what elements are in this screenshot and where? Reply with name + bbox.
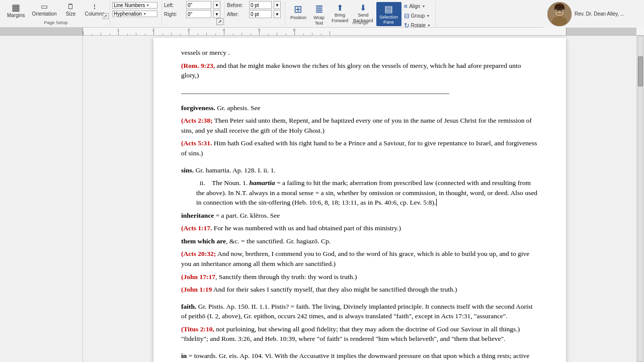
ruler-right-margin bbox=[566, 28, 636, 35]
hyphenation-dropdown[interactable]: Hyphenation ▼ bbox=[112, 11, 157, 17]
left-indent-label: Left: bbox=[164, 3, 184, 8]
bold-term: in bbox=[181, 352, 187, 359]
size-button[interactable]: 🗒 Size bbox=[61, 2, 81, 18]
doc-line: ii. The Noun. 1. hamartia = a failing to… bbox=[196, 178, 538, 208]
doc-line: (Acts 20:32; And now, brethren, I commen… bbox=[181, 249, 538, 268]
hyphenation-label: Hyphenation bbox=[114, 11, 142, 17]
group-button[interactable]: ⊟ Group ▼ bbox=[403, 12, 432, 20]
page-setup-group: ▦ Margins ▭ Orientation 🗒 Size ⫶ Columns… bbox=[2, 1, 110, 26]
doc-line: inheritance = a part. Gr. klēros. See bbox=[181, 211, 538, 221]
bring-forward-icon: ⬆ bbox=[337, 3, 343, 13]
scrollbar-thumb[interactable] bbox=[638, 56, 643, 86]
after-spacing-input[interactable] bbox=[249, 10, 272, 18]
scripture-ref: (Titus 2:10, bbox=[181, 325, 214, 333]
bold-term: inheritance bbox=[181, 212, 214, 219]
profile-image bbox=[547, 2, 572, 26]
greek-term: hamartia bbox=[250, 179, 275, 187]
document-page[interactable]: vessels or mercy .(Rom. 9:23, and that h… bbox=[153, 38, 566, 362]
margins-icon: ▦ bbox=[12, 3, 20, 12]
wrap-text-icon: ≣ bbox=[315, 3, 324, 15]
position-button[interactable]: ⊞ Position bbox=[288, 2, 308, 22]
position-icon: ⊞ bbox=[294, 3, 302, 15]
scripture-ref: (John 1:19 bbox=[181, 286, 212, 293]
size-icon: 🗒 bbox=[67, 3, 74, 11]
left-indent-input[interactable] bbox=[186, 1, 211, 9]
margins-button[interactable]: ▦ Margins bbox=[4, 2, 28, 19]
after-spacing-arrow[interactable]: ▼ bbox=[274, 10, 281, 18]
profile-area: Rev. Dr. Dean Alley, ... bbox=[543, 0, 644, 28]
bold-term: them which are bbox=[181, 237, 226, 245]
right-indent-input[interactable] bbox=[186, 10, 211, 18]
before-spacing-label: Before: bbox=[227, 3, 247, 8]
left-indent-arrow[interactable]: ▼ bbox=[213, 1, 220, 9]
before-spacing-input[interactable] bbox=[249, 1, 272, 9]
right-indent-arrow[interactable]: ▼ bbox=[213, 10, 220, 18]
align-label: Align bbox=[409, 4, 420, 9]
align-icon: ≡ bbox=[404, 3, 408, 10]
hyphenation-arrow: ▼ bbox=[143, 12, 146, 16]
send-backward-icon: ⬇ bbox=[360, 3, 366, 13]
indent-spacing-expander[interactable]: ↗ bbox=[216, 18, 223, 25]
doc-line: forgiveness. Gr. aphesis. See bbox=[181, 103, 538, 113]
line-numbers-dropdown[interactable]: Line Numbers ▼ bbox=[112, 2, 157, 9]
line-numbers-label: Line Numbers bbox=[114, 3, 145, 8]
bold-term: forgiveness. bbox=[181, 104, 215, 112]
doc-line: sins. Gr. hamartia. Ap. 128. I. ii. 1. bbox=[181, 165, 538, 175]
arrange-group: ⊞ Position ≣ Wrap Text ⬆ Bring Forward ⬇… bbox=[285, 1, 436, 26]
bold-term: faith. bbox=[181, 303, 196, 310]
left-sidebar bbox=[0, 36, 83, 362]
doc-line: (Titus 2:10, not purloining, but shewing… bbox=[181, 324, 538, 344]
scripture-ref: (Acts 20:32; bbox=[181, 250, 216, 257]
doc-line: (Rom. 9:23, and that he might make known… bbox=[181, 61, 538, 80]
doc-container: vessels or mercy .(Rom. 9:23, and that h… bbox=[83, 36, 636, 362]
ruler-left-margin bbox=[0, 28, 83, 35]
align-arrow: ▼ bbox=[422, 5, 425, 8]
scripture-ref: (Acts 5:31. bbox=[181, 139, 212, 147]
ruler-content: 123456 bbox=[83, 28, 644, 35]
group-icon: ⊟ bbox=[404, 12, 410, 20]
before-spacing-arrow[interactable]: ▼ bbox=[274, 1, 281, 9]
scrollbar-track[interactable] bbox=[637, 36, 643, 362]
doc-line: them which are, &c. = the sanctified. Gr… bbox=[181, 236, 538, 246]
arrange-label: Arrange bbox=[285, 20, 435, 25]
scripture-ref: (Rom. 9:23, bbox=[181, 62, 215, 69]
margins-label: Margins bbox=[7, 13, 25, 18]
line-numbers-arrow: ▼ bbox=[146, 4, 149, 7]
arrange-right-col: ≡ Align ▼ ⊟ Group ▼ ↻ Rotate ▼ bbox=[403, 2, 432, 30]
after-spacing-label: After: bbox=[227, 12, 247, 17]
ruler: 123456 bbox=[0, 28, 644, 36]
columns-icon: ⫶ bbox=[93, 3, 97, 11]
doc-line: (Acts 5:31. Him hath God exalted with hi… bbox=[181, 138, 538, 158]
doc-line: faith. Gr. Pistis. Ap. 150. II. 1.1. Pis… bbox=[181, 302, 538, 321]
page-setup-expander[interactable]: ↗ bbox=[103, 13, 109, 19]
doc-line: (John 1:19 And for their sakes I sanctif… bbox=[181, 285, 538, 295]
doc-line: vessels or mercy . bbox=[181, 48, 538, 58]
main-area: vessels or mercy .(Rom. 9:23, and that h… bbox=[0, 36, 644, 362]
size-label: Size bbox=[66, 11, 75, 17]
scrollbar-area bbox=[636, 36, 644, 362]
right-indent-label: Right: bbox=[164, 12, 184, 17]
doc-line: (Acts 1:17. For he was numbered with us … bbox=[181, 223, 538, 233]
group-label: Group bbox=[411, 13, 425, 19]
group-arrow: ▼ bbox=[426, 14, 430, 18]
align-button[interactable]: ≡ Align ▼ bbox=[403, 2, 432, 11]
profile-name-label: Rev. Dr. Dean Alley, ... bbox=[575, 11, 624, 17]
text-cursor bbox=[436, 199, 437, 206]
scripture-ref: (Acts 2:38; bbox=[181, 117, 213, 124]
columns-label: Columns bbox=[85, 11, 105, 17]
scripture-ref: (Acts 1:17. bbox=[181, 224, 212, 232]
selection-pane-icon: ▤ bbox=[384, 4, 393, 15]
bold-term: sins. bbox=[181, 166, 194, 174]
doc-line: (John 17:17, Sanctify them through thy t… bbox=[181, 272, 538, 282]
page-setup-label: Page Setup bbox=[2, 20, 110, 25]
doc-line: in = towards. Gr. eis. Ap. 104. Vi. With… bbox=[181, 351, 538, 362]
orientation-button[interactable]: ▭ Orientation bbox=[29, 2, 60, 18]
doc-line: (Acts 2:38; Then Peter said unto them, R… bbox=[181, 116, 538, 135]
scripture-ref: (John 17:17 bbox=[181, 273, 215, 281]
orientation-label: Orientation bbox=[32, 11, 57, 17]
orientation-icon: ▭ bbox=[41, 3, 48, 11]
ribbon: ▦ Margins ▭ Orientation 🗒 Size ⫶ Columns… bbox=[0, 0, 644, 28]
